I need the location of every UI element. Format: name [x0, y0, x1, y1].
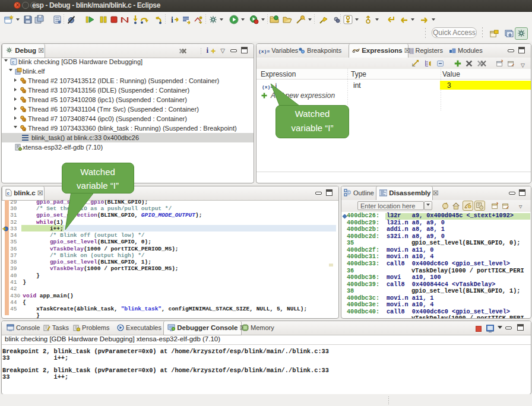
svg-text:c: c	[12, 59, 14, 65]
svg-text:i: i	[171, 15, 173, 24]
svg-text:c: c	[7, 191, 10, 196]
